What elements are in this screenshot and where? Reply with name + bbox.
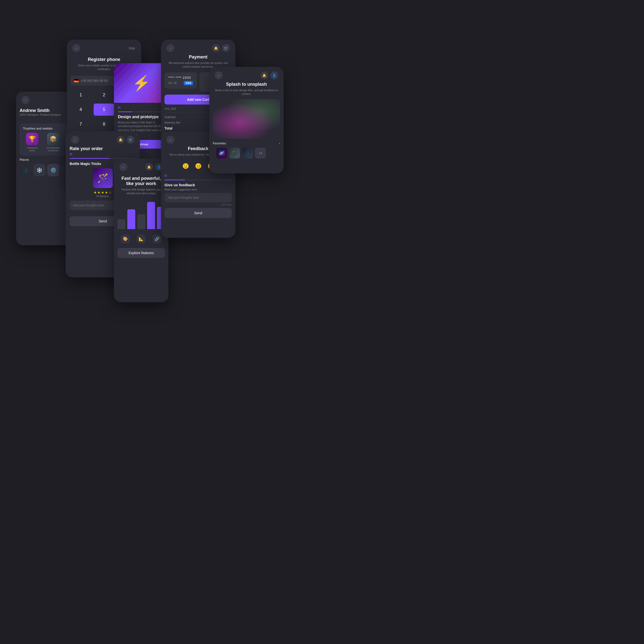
profile-role: UI/UX Designer, Product Designer xyxy=(20,113,61,116)
visa-card[interactable]: **** **** 2203 09 / 20 VISA xyxy=(164,72,197,89)
notification-icon[interactable]: 🔔 xyxy=(212,44,220,52)
notification-icon[interactable]: 🔔 xyxy=(117,136,125,144)
skip-button[interactable]: Skip xyxy=(128,44,136,52)
bar-4 xyxy=(147,202,155,229)
places-label: Places xyxy=(20,158,29,161)
splash-subtitle: Share a link to your design files, and g… xyxy=(213,88,280,96)
fav-more: +4 xyxy=(255,148,266,159)
back-button[interactable]: ‹ xyxy=(71,136,79,144)
favorites-label: Favorites › xyxy=(213,142,280,145)
visa-logo: VISA xyxy=(184,81,193,85)
back-button[interactable]: ‹ xyxy=(22,96,29,104)
num-8[interactable]: 8 xyxy=(94,118,114,130)
flag-icon: 🇩🇪 xyxy=(74,78,79,83)
card-number: **** **** 2203 xyxy=(168,76,191,80)
feedback-char-count: 200 chars xyxy=(164,203,232,206)
trophy-label-2: 3D teamworkcommunity xyxy=(44,147,63,152)
back-button[interactable]: ‹ xyxy=(119,163,127,171)
cart-icon[interactable]: 🛒 xyxy=(222,44,230,52)
feature-icon-1[interactable]: 🎨 xyxy=(121,235,130,243)
back-button[interactable]: ‹ xyxy=(72,44,80,52)
card-date: 09 / 20 xyxy=(168,81,177,84)
feature-icon-2[interactable]: 📐 xyxy=(137,235,146,243)
feedback-input[interactable] xyxy=(164,193,232,202)
date-label: Feb, 2020 xyxy=(165,107,176,110)
place-3: 🌚 xyxy=(47,164,59,176)
bar-2 xyxy=(127,209,135,229)
step-indicator: 01 xyxy=(118,106,164,109)
feature-icons: 🎨 📐 🔗 xyxy=(114,233,168,245)
rate-step: 02 xyxy=(70,153,136,156)
favorites-row: 🌌 ⚫ 🌑 +4 xyxy=(213,145,280,161)
back-button[interactable]: ‹ xyxy=(166,44,174,52)
trophy-label-1: Colleaguesphoto xyxy=(23,147,42,152)
fast-title: Fast and powerful, like your work xyxy=(118,176,164,186)
emoji-sad[interactable]: 😟 xyxy=(182,163,189,169)
bar-1 xyxy=(117,219,125,229)
fav-3: 🌑 xyxy=(242,148,253,159)
profile-name: Andrew Smith xyxy=(20,108,61,113)
splash-hero-image xyxy=(213,99,280,139)
rate-title: Rate your order xyxy=(70,146,136,151)
cart-icon[interactable]: 🛒 xyxy=(127,136,134,144)
avatar-icon[interactable]: 👤 xyxy=(270,71,278,79)
bar-chart xyxy=(114,195,168,233)
place-2: ❄️ xyxy=(33,164,45,176)
trophy-item-1: 🏆 Colleaguesphoto xyxy=(23,133,42,152)
product-image: 🪄 xyxy=(93,168,113,188)
fast-powerful-card: ‹ 🔔 👤 Fast and powerful, like your work … xyxy=(114,159,168,302)
payment-title: Payment xyxy=(165,54,231,60)
register-title: Register phone xyxy=(72,57,136,62)
design-hero-image: ⚡ xyxy=(114,63,168,103)
notification-icon[interactable]: 🔔 xyxy=(260,71,268,79)
splash-title: Splash to unsplash xyxy=(213,82,280,87)
trophy-icon-1: 🏆 xyxy=(26,133,38,145)
notification-icon[interactable]: 🔔 xyxy=(145,163,153,171)
fast-subtitle: Packed with design features you already … xyxy=(118,188,164,195)
num-5[interactable]: 5 xyxy=(94,104,114,116)
feedback-step: 01 xyxy=(164,174,232,177)
bar-3 xyxy=(137,214,145,229)
explore-button[interactable]: Explore features xyxy=(117,248,165,258)
num-7[interactable]: 7 xyxy=(70,118,91,130)
place-1: 🌑 xyxy=(20,164,31,176)
num-1[interactable]: 1 xyxy=(70,89,91,101)
write-suggestion-hint: Write your suggestion here xyxy=(164,188,232,191)
design-title: Design and prototype xyxy=(118,115,164,119)
fav-2: ⚫ xyxy=(229,148,240,159)
feedback-send-button[interactable]: Send xyxy=(164,208,232,218)
trophy-icon-2: 📦 xyxy=(47,133,59,145)
num-4[interactable]: 4 xyxy=(70,104,91,116)
phone-value: +38 063 864 68 90 xyxy=(81,79,108,82)
give-feedback-title: Give us feedback xyxy=(164,183,232,187)
back-button[interactable]: ‹ xyxy=(215,71,223,79)
splash-card: ‹ 🔔 👤 Splash to unsplash Share a link to… xyxy=(209,67,284,173)
emoji-neutral[interactable]: 😐 xyxy=(195,163,202,169)
fav-1: 🌌 xyxy=(216,148,227,159)
trophy-item-2: 📦 3D teamworkcommunity xyxy=(44,133,63,152)
feature-icon-3[interactable]: 🔗 xyxy=(153,235,161,243)
back-button[interactable]: ‹ xyxy=(166,136,174,144)
num-2[interactable]: 2 xyxy=(94,89,114,101)
